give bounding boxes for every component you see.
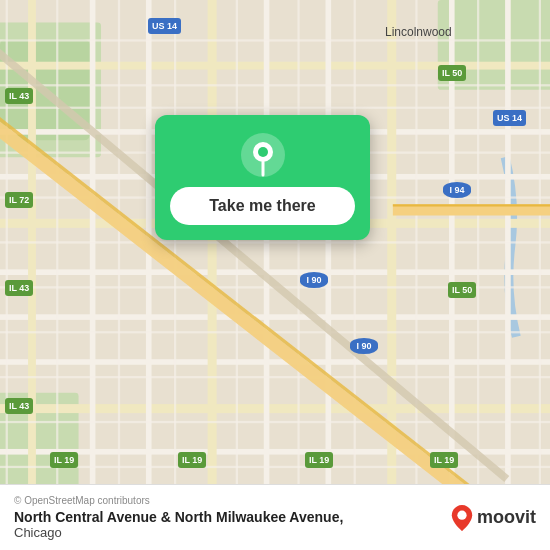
bottom-bar: © OpenStreetMap contributors North Centr… [0,484,550,550]
road-badge-i90-center: I 90 [300,272,328,288]
svg-rect-31 [0,241,550,243]
svg-rect-12 [0,404,550,413]
popup-card: Take me there [155,115,370,240]
road-badge-us14-top: US 14 [148,18,181,34]
svg-point-56 [457,510,466,519]
svg-rect-42 [236,0,238,550]
road-badge-il72: IL 72 [5,192,33,208]
svg-rect-34 [0,376,550,378]
svg-rect-38 [6,0,8,550]
road-badge-il19-1: IL 19 [50,452,78,468]
road-badge-us14-right: US 14 [493,110,526,126]
location-city: Chicago [14,525,343,540]
svg-rect-43 [297,0,299,550]
moovit-logo: moovit [451,505,536,531]
road-badge-il50-top: IL 50 [438,65,466,81]
svg-rect-40 [118,0,120,550]
road-badge-il50-mid: IL 50 [448,282,476,298]
road-badge-i94: I 94 [443,182,471,198]
road-badge-il43-left: IL 43 [5,88,33,104]
svg-rect-27 [0,84,550,86]
svg-rect-10 [0,314,550,320]
location-name: North Central Avenue & North Milwaukee A… [14,509,343,525]
road-badge-il19-4: IL 19 [430,452,458,468]
moovit-pin-icon [451,505,473,531]
svg-rect-9 [0,269,550,275]
svg-rect-46 [477,0,479,550]
svg-rect-35 [0,421,550,423]
svg-rect-5 [0,62,550,70]
svg-rect-44 [354,0,356,550]
svg-point-55 [258,147,268,157]
svg-rect-26 [0,39,550,41]
moovit-brand-text: moovit [477,507,536,528]
road-badge-il43-lower: IL 43 [5,398,33,414]
location-pin-icon [241,133,285,177]
svg-rect-45 [415,0,417,550]
svg-rect-36 [0,466,550,468]
svg-rect-28 [0,107,550,109]
svg-rect-52 [393,204,550,206]
svg-rect-11 [0,359,550,365]
lincolnwood-label: Lincolnwood [385,25,452,39]
osm-attribution: © OpenStreetMap contributors [14,495,343,506]
bottom-bar-left: © OpenStreetMap contributors North Centr… [14,495,343,540]
road-badge-il19-2: IL 19 [178,452,206,468]
road-badge-il43-mid: IL 43 [5,280,33,296]
road-badge-il19-3: IL 19 [305,452,333,468]
map-container: US 14 IL 43 IL 50 US 14 I 94 IL 72 IL 43… [0,0,550,550]
road-badge-i90-lower: I 90 [350,338,378,354]
take-me-there-button[interactable]: Take me there [170,187,355,225]
svg-rect-47 [539,0,541,550]
